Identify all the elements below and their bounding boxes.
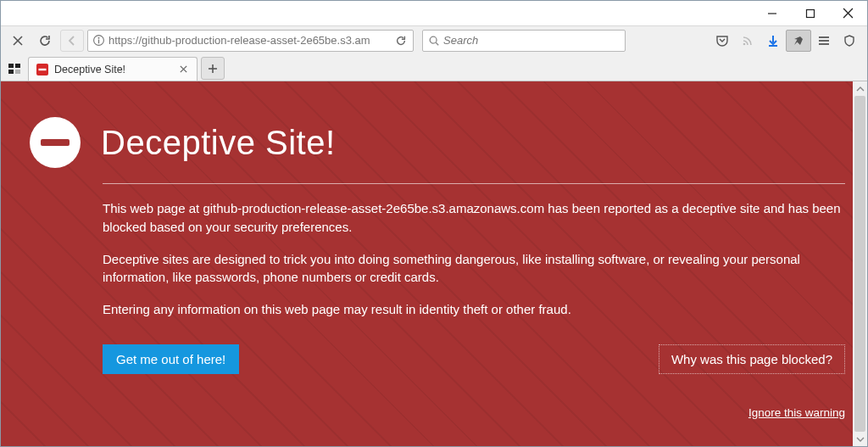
window-titlebar <box>1 1 867 25</box>
tab-title: Deceptive Site! <box>54 64 171 75</box>
url-input[interactable] <box>108 34 389 47</box>
warning-paragraph-2: Deceptive sites are designed to trick yo… <box>103 250 845 288</box>
tab-strip: Deceptive Site! <box>1 54 867 81</box>
svg-rect-18 <box>8 70 14 74</box>
why-blocked-button[interactable]: Why was this page blocked? <box>659 344 845 374</box>
warning-paragraph-1: This web page at github-production-relea… <box>103 199 845 237</box>
search-input[interactable] <box>443 34 620 47</box>
scroll-track[interactable] <box>853 96 867 432</box>
get-out-button[interactable]: Get me out of here! <box>103 344 239 374</box>
hamburger-menu-icon[interactable] <box>811 30 837 52</box>
svg-point-9 <box>430 36 437 43</box>
warning-favicon-icon <box>36 63 49 76</box>
svg-point-7 <box>97 37 99 39</box>
maximize-button[interactable] <box>791 1 829 25</box>
scroll-down-icon[interactable] <box>853 432 867 446</box>
go-reload-icon[interactable] <box>389 35 413 47</box>
danger-minus-icon <box>30 117 81 168</box>
svg-point-11 <box>743 42 746 45</box>
svg-rect-16 <box>8 64 14 68</box>
scroll-up-icon[interactable] <box>853 81 867 96</box>
minimize-button[interactable] <box>753 1 791 25</box>
address-bar[interactable] <box>87 30 414 52</box>
vertical-scrollbar[interactable] <box>853 81 867 446</box>
site-info-icon[interactable] <box>88 34 108 47</box>
tab-close-icon[interactable] <box>176 63 190 76</box>
scroll-thumb[interactable] <box>854 96 865 432</box>
svg-rect-21 <box>39 68 47 70</box>
divider <box>103 183 845 184</box>
search-icon <box>428 35 440 47</box>
back-icon[interactable] <box>60 30 84 52</box>
stop-icon[interactable] <box>6 30 30 52</box>
warning-body: This web page at github-production-relea… <box>103 199 845 319</box>
svg-rect-19 <box>15 70 20 74</box>
page-content: Deceptive Site! This web page at github-… <box>1 81 867 446</box>
pocket-icon[interactable] <box>709 30 735 52</box>
svg-rect-8 <box>97 40 98 44</box>
all-tabs-icon[interactable] <box>4 57 25 81</box>
svg-rect-17 <box>15 64 20 68</box>
new-tab-button[interactable] <box>201 57 225 80</box>
shield-icon[interactable] <box>837 30 862 52</box>
ignore-warning-link[interactable]: Ignore this warning <box>748 406 845 419</box>
downloads-icon[interactable] <box>760 30 786 52</box>
warning-paragraph-3: Entering any information on this web pag… <box>103 300 845 319</box>
browser-toolbar <box>1 25 867 54</box>
svg-line-10 <box>436 42 438 45</box>
rss-icon[interactable] <box>735 30 760 52</box>
reload-icon[interactable] <box>33 30 57 52</box>
search-bar[interactable] <box>422 30 626 52</box>
tab-active[interactable]: Deceptive Site! <box>28 57 198 81</box>
pin-icon[interactable] <box>786 30 811 52</box>
warning-heading: Deceptive Site! <box>101 124 336 162</box>
svg-rect-1 <box>806 9 814 17</box>
window-close-button[interactable] <box>829 1 867 25</box>
